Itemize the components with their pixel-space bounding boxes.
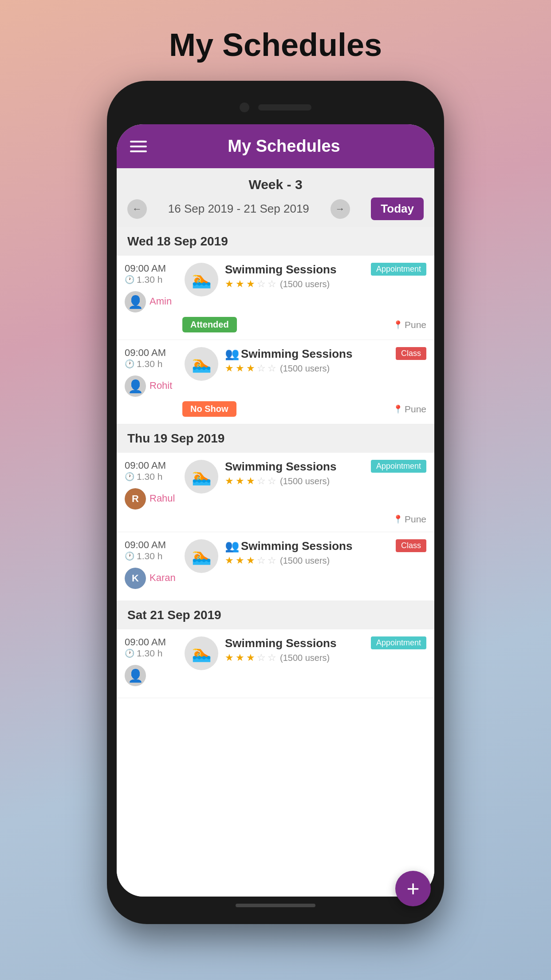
home-bar <box>236 904 315 907</box>
star-3: ★ <box>246 363 255 374</box>
schedule-item-1-0[interactable]: 09:00 AM 🕐 1.30 h R Rahul 🏊 <box>117 453 434 532</box>
swim-icon: 🏊 <box>185 460 218 494</box>
sched-img: 🏊 <box>182 460 220 494</box>
sched-left: 09:00 AM 🕐 1.30 h R Rahul <box>125 460 182 510</box>
item-time: 09:00 AM <box>125 539 182 551</box>
users-count: (1500 users) <box>280 279 330 289</box>
star-1: ★ <box>225 555 234 566</box>
star-2: ★ <box>236 555 244 566</box>
star-4: ☆ <box>257 475 266 487</box>
location-text: 📍Pune <box>393 320 426 330</box>
users-count: (1500 users) <box>280 476 330 486</box>
sched-main: Swimming Sessions Appointment ★★★☆☆ (150… <box>220 460 426 487</box>
star-1: ★ <box>225 475 234 487</box>
item-time: 09:00 AM <box>125 460 182 471</box>
status-noshow: No Show <box>182 401 236 417</box>
next-week-button[interactable]: → <box>331 199 350 219</box>
schedule-content: Wed 18 Sep 2019 09:00 AM 🕐 1.30 h 👤 Amin… <box>117 227 434 897</box>
clock-icon: 🕐 <box>125 551 134 561</box>
item-title-row: 👥 Swimming Sessions Class <box>225 539 426 553</box>
item-duration: 🕐 1.30 h <box>125 274 182 285</box>
phone-camera <box>240 103 249 112</box>
avatar-placeholder: 👤 <box>128 668 143 683</box>
avatar-karan: K <box>125 568 146 589</box>
sched-left: 09:00 AM 🕐 1.30 h 👤 <box>125 636 182 686</box>
location-pin-icon: 📍 <box>393 404 403 414</box>
app-header-title: My Schedules <box>147 137 421 156</box>
users-count: (1500 users) <box>280 653 330 663</box>
star-2: ★ <box>236 475 244 487</box>
location-text: 📍Pune <box>393 514 426 525</box>
date-section-2: Sat 21 Sep 2019 <box>117 601 434 629</box>
tag-class: Class <box>396 347 426 360</box>
swim-icon: 🏊 <box>185 263 218 296</box>
swim-icon: 🏊 <box>185 347 218 381</box>
sched-row1: 09:00 AM 🕐 1.30 h 👤 Amin 🏊 <box>125 263 426 312</box>
star-3: ★ <box>246 475 255 487</box>
sched-row1: 09:00 AM 🕐 1.30 h 👤 🏊 <box>125 636 426 686</box>
item-title-row: Swimming Sessions Appointment <box>225 263 426 277</box>
item-name: Swimming Sessions <box>225 263 367 277</box>
star-4: ☆ <box>257 555 266 566</box>
tag-class: Class <box>396 539 426 552</box>
item-time: 09:00 AM <box>125 636 182 648</box>
users-count: (1500 users) <box>280 556 330 566</box>
phone-screen: My Schedules Week - 3 ← 16 Sep 2019 - 21… <box>117 124 434 897</box>
clock-icon: 🕐 <box>125 359 134 369</box>
schedule-item-2-0[interactable]: 09:00 AM 🕐 1.30 h 👤 🏊 <box>117 629 434 698</box>
item-title-row: Swimming Sessions Appointment <box>225 636 426 650</box>
date-section-1: Thu 19 Sep 2019 <box>117 424 434 453</box>
sched-img: 🏊 <box>182 263 220 296</box>
date-label-0: Wed 18 Sep 2019 <box>127 234 228 248</box>
phone-speaker <box>258 104 311 111</box>
item-name: Swimming Sessions <box>241 539 392 553</box>
sched-main: Swimming Sessions Appointment ★★★☆☆ (150… <box>220 636 426 664</box>
item-name: Swimming Sessions <box>225 636 367 650</box>
week-label: Week - 3 <box>127 177 424 192</box>
star-3: ★ <box>246 555 255 566</box>
star-1: ★ <box>225 652 234 664</box>
item-time: 09:00 AM <box>125 347 182 359</box>
star-4: ☆ <box>257 652 266 664</box>
schedule-item-0-0[interactable]: 09:00 AM 🕐 1.30 h 👤 Amin 🏊 <box>117 256 434 340</box>
sched-row2: Attended 📍Pune <box>125 317 426 332</box>
star-3: ★ <box>246 652 255 664</box>
group-icon: 👥 <box>225 347 239 361</box>
item-time: 09:00 AM <box>125 263 182 274</box>
swim-icon: 🏊 <box>185 636 218 670</box>
star-1: ★ <box>225 363 234 374</box>
phone-frame: My Schedules Week - 3 ← 16 Sep 2019 - 21… <box>107 81 444 924</box>
sched-img: 🏊 <box>182 347 220 381</box>
sched-main: 👥 Swimming Sessions Class ★★★☆☆ (1500 us… <box>220 539 426 566</box>
item-title-row: Swimming Sessions Appointment <box>225 460 426 474</box>
page-title: My Schedules <box>169 27 382 63</box>
location-text: 📍Pune <box>393 404 426 415</box>
prev-week-button[interactable]: ← <box>127 199 147 219</box>
item-title-row: 👥 Swimming Sessions Class <box>225 347 426 361</box>
date-label-1: Thu 19 Sep 2019 <box>127 431 224 445</box>
status-attended: Attended <box>182 317 237 332</box>
avatar-placeholder: 👤 <box>128 295 143 309</box>
star-2: ★ <box>236 278 244 290</box>
schedule-item-1-1[interactable]: 09:00 AM 🕐 1.30 h K Karan 🏊 <box>117 532 434 601</box>
star-3: ★ <box>246 278 255 290</box>
sched-row2: No Show 📍Pune <box>125 401 426 417</box>
date-section-0: Wed 18 Sep 2019 <box>117 227 434 256</box>
phone-home-indicator <box>117 897 434 914</box>
sched-left: 09:00 AM 🕐 1.30 h K Karan <box>125 539 182 589</box>
sched-row1: 09:00 AM 🕐 1.30 h 👤 Rohit 🏊 <box>125 347 426 397</box>
date-label-2: Sat 21 Sep 2019 <box>127 608 221 622</box>
user-name: Rohit <box>150 380 172 391</box>
today-button[interactable]: Today <box>371 198 424 220</box>
week-range-row: ← 16 Sep 2019 - 21 Sep 2019 → Today <box>127 198 424 220</box>
sched-row1: 09:00 AM 🕐 1.30 h R Rahul 🏊 <box>125 460 426 510</box>
star-4: ☆ <box>257 278 266 290</box>
sched-row1: 09:00 AM 🕐 1.30 h K Karan 🏊 <box>125 539 426 589</box>
week-nav: Week - 3 ← 16 Sep 2019 - 21 Sep 2019 → T… <box>117 168 434 227</box>
menu-button[interactable] <box>130 141 147 152</box>
schedule-item-0-1[interactable]: 09:00 AM 🕐 1.30 h 👤 Rohit 🏊 <box>117 340 434 424</box>
user-name: Karan <box>150 572 176 584</box>
star-5: ☆ <box>268 555 276 566</box>
tag-appointment: Appointment <box>371 636 426 649</box>
sched-img: 🏊 <box>182 636 220 670</box>
